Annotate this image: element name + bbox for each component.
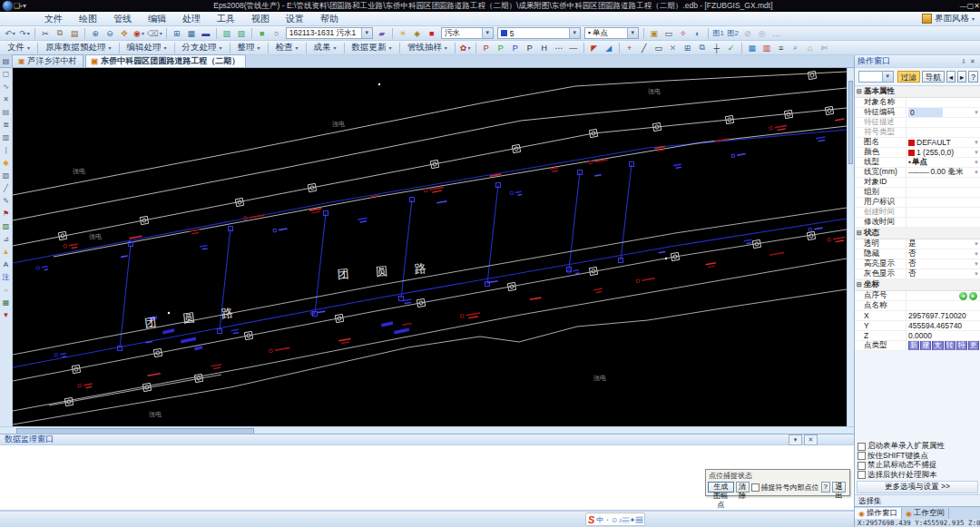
toolbar-menu-3[interactable]: 编辑处理▾ bbox=[122, 42, 172, 54]
feature-filter-combo[interactable]: ▼ bbox=[858, 71, 894, 83]
map1-icon[interactable]: 图1 bbox=[712, 27, 725, 40]
pan-icon[interactable]: ✥ bbox=[118, 27, 131, 40]
property-row[interactable]: 灰色显示否▼ bbox=[855, 269, 980, 279]
zoom-in-icon[interactable]: ⊕ bbox=[89, 27, 102, 40]
home-icon[interactable]: ⌂ bbox=[804, 42, 817, 54]
delete-node-icon[interactable]: ✕ bbox=[0, 93, 12, 106]
bulb-icon[interactable]: ☀ bbox=[397, 27, 409, 40]
property-value[interactable] bbox=[906, 301, 980, 310]
calc-icon[interactable]: ▦ bbox=[746, 42, 759, 54]
document-list-icon[interactable]: ▤ bbox=[0, 55, 12, 67]
point-next-button[interactable]: ▸ bbox=[969, 292, 977, 300]
exit-button[interactable]: 退出 bbox=[832, 482, 846, 493]
close-panel-icon[interactable]: ✕ bbox=[804, 434, 818, 445]
annotate-icon[interactable]: 注 bbox=[0, 271, 12, 284]
map-canvas[interactable]: 强电强电强电强电强电强电团 圆 路团 圆 路 bbox=[13, 68, 847, 426]
list-layers-icon[interactable]: ≣ bbox=[0, 119, 12, 132]
green-table-icon[interactable]: ▦ bbox=[0, 297, 12, 309]
check-icon[interactable]: ✓ bbox=[725, 42, 738, 54]
toolbar-menu-4[interactable]: 分支处理▾ bbox=[178, 42, 227, 54]
generate-sheet-point-button[interactable]: 生成图幅点 bbox=[708, 482, 734, 493]
paste-icon[interactable]: ▤ bbox=[68, 27, 81, 40]
document-tab-1[interactable]: ▣芦洋乡洋中村 bbox=[12, 54, 83, 67]
diamond-node-icon[interactable]: ◆ bbox=[0, 157, 12, 170]
ime-emoji-icon[interactable]: ☺ bbox=[611, 516, 618, 524]
property-value[interactable]: 否▼ bbox=[906, 249, 980, 259]
menu-item-6[interactable]: 工具 bbox=[209, 14, 243, 24]
menu-item-2[interactable]: 绘图 bbox=[71, 14, 105, 24]
grid-edit-icon[interactable]: ⊞ bbox=[681, 42, 694, 54]
image-window-icon[interactable]: ▧ bbox=[220, 27, 233, 40]
green-square-icon[interactable]: ■ bbox=[256, 27, 269, 40]
property-row[interactable]: 修改时间 bbox=[855, 218, 980, 228]
minimize-icon[interactable]: — bbox=[960, 2, 967, 10]
scissor2-icon[interactable]: ✄ bbox=[818, 42, 831, 54]
redo-icon[interactable]: ↷▾ bbox=[18, 27, 31, 40]
delete-icon[interactable]: ✕ bbox=[667, 42, 680, 54]
add-point-icon[interactable]: + bbox=[623, 42, 636, 54]
color-combo[interactable]: 5▼ bbox=[497, 27, 581, 39]
property-value[interactable]: ◂▸ bbox=[906, 291, 980, 300]
red-down-icon[interactable]: ▼ bbox=[0, 309, 12, 322]
image-window2-icon[interactable]: ▨ bbox=[235, 27, 248, 40]
divider-tool-icon[interactable]: ∣ bbox=[0, 144, 12, 157]
operation-panel-header[interactable]: 操作窗口 ⇩✕ bbox=[855, 55, 980, 68]
property-value[interactable]: 是▼ bbox=[906, 239, 980, 249]
toolbar-menu-1[interactable]: 文件▾ bbox=[3, 42, 34, 54]
more-tools-icon[interactable]: … bbox=[770, 27, 783, 40]
monitor-icon[interactable]: ▭ bbox=[662, 27, 675, 40]
property-row[interactable]: Y455594.465740 bbox=[855, 321, 980, 331]
clear-button[interactable]: 清除 bbox=[736, 482, 750, 493]
property-value[interactable] bbox=[906, 128, 980, 137]
arrow-blue-icon[interactable]: ◢ bbox=[603, 42, 615, 54]
filter-button[interactable]: 过滤 bbox=[897, 71, 920, 83]
collapse-icon[interactable]: ▾ bbox=[789, 434, 802, 445]
property-value[interactable] bbox=[906, 198, 980, 207]
layer-combo[interactable]: 污水▼ bbox=[441, 27, 494, 39]
curve-icon[interactable]: ∿ bbox=[0, 81, 12, 93]
p-green-icon[interactable]: P bbox=[495, 42, 507, 54]
map2-icon[interactable]: 图2 bbox=[727, 27, 740, 40]
green-grid-icon[interactable]: ▨ bbox=[0, 220, 12, 233]
ime-skin-icon[interactable]: ▦ bbox=[635, 516, 642, 524]
property-value[interactable] bbox=[906, 218, 980, 227]
circle-select-icon[interactable]: ○ bbox=[270, 27, 283, 40]
menu-item-4[interactable]: 编辑 bbox=[140, 14, 174, 24]
copy-icon[interactable]: ⧉ bbox=[54, 27, 66, 40]
draw-line-icon[interactable]: ╱ bbox=[638, 42, 651, 54]
red-swatch-icon[interactable]: ■ bbox=[426, 27, 438, 40]
point-type-button-5[interactable]: 特 bbox=[956, 341, 967, 350]
toolbar-menu-7[interactable]: 成果▾ bbox=[309, 42, 341, 54]
menu-item-3[interactable]: 管线 bbox=[105, 14, 140, 24]
property-row[interactable]: 点类型新建支转特更 bbox=[855, 341, 980, 351]
property-value[interactable]: 否▼ bbox=[906, 259, 980, 268]
h-icon[interactable]: H bbox=[538, 42, 551, 54]
app-menu-orb[interactable] bbox=[2, 0, 14, 12]
ticket-icon[interactable]: ▥ bbox=[760, 42, 773, 54]
property-value[interactable]: ———0.00 毫米▼ bbox=[906, 168, 980, 177]
property-value[interactable]: 455594.465740 bbox=[906, 321, 980, 330]
pointtype-combo[interactable]: ▪ 单点▼ bbox=[584, 27, 639, 39]
property-value[interactable]: 1 (255,0,0)▼ bbox=[906, 148, 980, 157]
snap-symbol-inner-point-checkbox[interactable]: 捕捉符号内部点位 bbox=[751, 483, 819, 493]
lock2-icon[interactable]: ▣ bbox=[648, 27, 661, 40]
property-value[interactable]: DEFAULT▼ bbox=[906, 138, 980, 147]
point-type-button-4[interactable]: 转 bbox=[945, 341, 956, 350]
property-value[interactable]: 0.0000 bbox=[906, 331, 980, 340]
table-icon[interactable]: ▥ bbox=[0, 132, 12, 144]
ui-style-selector[interactable]: 界面风格 ▾ bbox=[922, 13, 980, 24]
toolbar-menu-5[interactable]: 整理▾ bbox=[233, 42, 265, 54]
property-row[interactable]: 点名称 bbox=[855, 301, 980, 311]
ime-logo-icon[interactable]: S bbox=[588, 514, 594, 525]
close-icon[interactable]: ✕ bbox=[974, 2, 980, 10]
close-icon[interactable]: ✕ bbox=[968, 58, 977, 65]
property-row[interactable]: X2957697.710020 bbox=[855, 311, 980, 321]
search-icon[interactable]: ⌕ bbox=[789, 42, 802, 54]
paw-tool-icon[interactable]: ✿▾ bbox=[459, 42, 472, 54]
new-doc-icon[interactable]: ▢ bbox=[0, 68, 12, 81]
property-value[interactable] bbox=[906, 188, 980, 197]
prev-button[interactable]: ◂ bbox=[946, 71, 956, 83]
point-type-button-3[interactable]: 支 bbox=[932, 341, 943, 350]
slope-icon[interactable]: ╱ bbox=[0, 182, 12, 195]
hatch-icon[interactable]: ▧ bbox=[0, 170, 12, 182]
